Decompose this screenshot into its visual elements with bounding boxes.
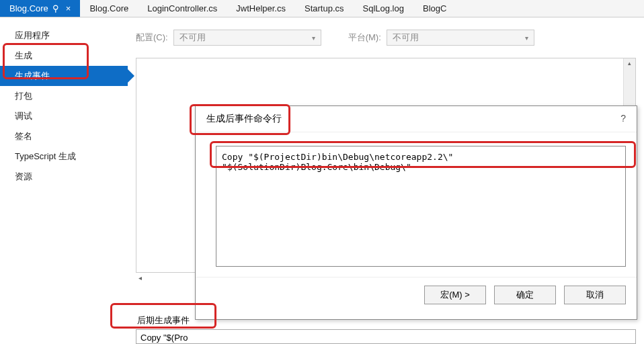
platform-value: 不可用 [393, 32, 419, 44]
chevron-down-icon: ▾ [525, 34, 528, 42]
sidebar-item-label: 生成事件 [15, 71, 50, 81]
chevron-down-icon: ▾ [312, 34, 315, 42]
sidebar-item-label: 生成 [15, 50, 32, 60]
post-build-command-input[interactable] [216, 146, 626, 267]
tab-sqllog[interactable]: SqlLog.log [354, 0, 413, 17]
cancel-button[interactable]: 取消 [564, 286, 626, 304]
scroll-up-icon[interactable]: ▴ [624, 58, 635, 68]
tab-label: LoginController.cs [147, 3, 217, 13]
tab-startup[interactable]: Startup.cs [295, 0, 354, 17]
sidebar-item-package[interactable]: 打包 [0, 86, 128, 106]
configuration-label: 配置(C): [136, 32, 168, 44]
sidebar-item-signing[interactable]: 签名 [0, 126, 128, 146]
post-build-event-dialog: 生成后事件命令行 ? 宏(M) > 确定 取消 [195, 105, 637, 320]
sidebar-item-build[interactable]: 生成 [0, 46, 128, 66]
sidebar-item-typescript-build[interactable]: TypeScript 生成 [0, 146, 128, 167]
platform-dropdown[interactable]: 不可用 ▾ [387, 30, 534, 46]
tab-label: Blog.Core [89, 3, 128, 13]
button-label: 确定 [516, 289, 534, 301]
scroll-left-icon: ◂ [136, 274, 145, 282]
platform-label: 平台(M): [348, 32, 381, 44]
post-build-preview[interactable]: Copy "$(Pro [136, 329, 636, 344]
sidebar-item-debug[interactable]: 调试 [0, 106, 128, 126]
button-label: 宏(M) > [440, 289, 470, 301]
tab-label: SqlLog.log [363, 3, 404, 13]
tab-jwt-helper[interactable]: JwtHelper.cs [227, 0, 295, 17]
close-icon[interactable]: × [66, 3, 71, 13]
dialog-footer: 宏(M) > 确定 取消 [196, 277, 637, 319]
configuration-dropdown[interactable]: 不可用 ▾ [173, 30, 321, 46]
pin-icon[interactable]: ⚲ [52, 3, 59, 13]
tab-label: BlogC [423, 3, 446, 13]
dialog-title-text: 生成后事件命令行 [206, 113, 282, 125]
tab-label: Blog.Core [9, 3, 48, 13]
sidebar-item-label: 应用程序 [15, 30, 50, 40]
project-properties-sidebar: 应用程序 生成 生成事件 打包 调试 签名 TypeScript 生成 资源 [0, 17, 128, 344]
tab-login-controller[interactable]: LoginController.cs [138, 0, 227, 17]
configuration-value: 不可用 [179, 32, 206, 44]
dialog-titlebar: 生成后事件命令行 ? [196, 106, 637, 132]
sidebar-item-label: TypeScript 生成 [15, 151, 76, 161]
macros-button[interactable]: 宏(M) > [424, 286, 486, 304]
sidebar-item-label: 调试 [15, 111, 32, 121]
sidebar-item-resources[interactable]: 资源 [0, 167, 128, 187]
config-platform-row: 配置(C): 不可用 ▾ 平台(M): 不可用 ▾ [136, 30, 636, 46]
sidebar-item-build-events[interactable]: 生成事件 [0, 66, 128, 86]
sidebar-item-label: 打包 [15, 91, 32, 101]
help-icon[interactable]: ? [620, 113, 626, 125]
sidebar-item-application[interactable]: 应用程序 [0, 26, 128, 46]
ok-button[interactable]: 确定 [494, 286, 556, 304]
sidebar-item-label: 签名 [15, 131, 32, 141]
sidebar-item-label: 资源 [15, 171, 32, 181]
tab-label: JwtHelper.cs [236, 3, 286, 13]
tab-label: Startup.cs [305, 3, 344, 13]
tab-blog-core-active[interactable]: Blog.Core ⚲ × [0, 0, 80, 17]
editor-tabs: Blog.Core ⚲ × Blog.Core LoginController.… [0, 0, 644, 17]
button-label: 取消 [586, 289, 604, 301]
tab-blogc[interactable]: BlogC [413, 0, 456, 17]
tab-blog-core[interactable]: Blog.Core [80, 0, 138, 17]
